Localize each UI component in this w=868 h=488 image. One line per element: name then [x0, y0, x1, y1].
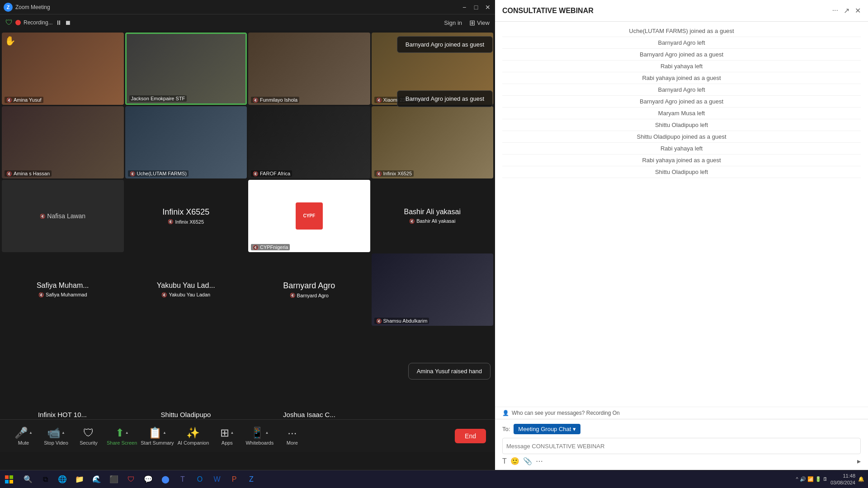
participant-cell-15: Barnyard Agro 🔇 Barnyard Agro	[248, 253, 370, 326]
svg-rect-2	[5, 480, 9, 483]
whiteboards-button[interactable]: 📱 ▲ Whiteboards	[245, 427, 274, 446]
mute-button[interactable]: 🎤 ▲ Mute	[9, 427, 38, 446]
svg-rect-3	[9, 480, 13, 483]
teams-icon[interactable]: T	[175, 470, 191, 488]
powerpoint-icon[interactable]: P	[226, 470, 242, 488]
notification-bell[interactable]: 🔔	[858, 476, 864, 482]
text-format-icon[interactable]: T	[502, 457, 507, 465]
recording-text: Recording...	[24, 19, 53, 26]
explorer-icon[interactable]: 📁	[71, 470, 88, 488]
taskview-icon[interactable]: ⧉	[37, 470, 53, 488]
message-input-area[interactable]	[502, 438, 861, 454]
office-icon[interactable]: ⬛	[106, 470, 122, 488]
participant-cell-3: 🔇 Funmilayo Ishola	[248, 33, 370, 105]
edge-icon[interactable]: 🌐	[54, 470, 71, 488]
start-button[interactable]	[0, 470, 18, 488]
emoji-icon[interactable]: 🙂	[510, 457, 519, 465]
start-summary-button[interactable]: 📋 ▲ Start Summary	[141, 427, 174, 446]
sidebar-header: CONSULTATIVE WEBINAR ··· ↗ ✕	[495, 0, 868, 22]
chat-footer: To: Meeting Group Chat ▾ T 🙂 📎 ⋯ ▸	[495, 419, 868, 470]
apps-caret[interactable]: ▲	[230, 431, 234, 435]
chat-entry: Shittu Oladipupo left	[502, 119, 861, 131]
sign-in-button[interactable]: Sign in	[444, 19, 462, 26]
participant-cell-14: Yakubu Yau Lad... 🔇 Yakubu Yau Ladan	[125, 253, 247, 326]
zoom-taskbar-icon[interactable]: Z	[243, 470, 259, 488]
participant-name-5: 🔇 Amina s Hassan	[5, 170, 52, 177]
chat-entry: Barnyard Agro left	[502, 84, 861, 96]
antivirus-icon[interactable]: 🛡	[123, 470, 139, 488]
mute-caret[interactable]: ▲	[29, 431, 33, 435]
video-caret[interactable]: ▲	[61, 431, 65, 435]
popout-icon[interactable]: ↗	[844, 6, 849, 15]
participant-cell-13: Safiya Muham... 🔇 Safiya Muhammad	[2, 253, 124, 326]
ai-companion-button[interactable]: ✨ AI Companion	[178, 427, 209, 446]
mute-icon-13: 🔇	[38, 292, 44, 297]
chat-entry: Rabi yahaya left	[502, 143, 861, 155]
security-button[interactable]: 🛡 Security	[74, 427, 103, 446]
sidebar-header-icons: ··· ↗ ✕	[832, 6, 861, 15]
mute-icon-4: 🔇	[376, 98, 382, 103]
outlook-icon[interactable]: O	[192, 470, 208, 488]
taskbar-icons: 🔍 ⧉ 🌐 📁 🌊 ⬛ 🛡 💬 ⬤ T O W P Z	[20, 470, 259, 488]
minimize-button[interactable]: −	[461, 4, 468, 11]
more-button[interactable]: ··· More	[278, 427, 307, 446]
chat-to-row: To: Meeting Group Chat ▾	[502, 424, 861, 434]
zoom-title-bar: Z Zoom Meeting − □ ✕	[0, 0, 495, 14]
chat-entry: Rabi yahaya left	[502, 61, 861, 72]
stop-icon[interactable]: ⏹	[65, 19, 71, 26]
meeting-group-chat-button[interactable]: Meeting Group Chat ▾	[514, 424, 580, 434]
more-options-icon[interactable]: ···	[832, 6, 838, 15]
end-button[interactable]: End	[455, 429, 486, 443]
participant-cell-6: 🔇 Uche(LUTAM FARMS)	[125, 106, 247, 178]
attachment-icon[interactable]: 📎	[523, 457, 532, 465]
summary-caret[interactable]: ▲	[163, 431, 166, 435]
maximize-button[interactable]: □	[472, 4, 480, 11]
sidebar-title: CONSULTATIVE WEBINAR	[502, 7, 832, 15]
chat-entry: Shittu Oladipupo left	[502, 166, 861, 178]
tools-left: 🎤 ▲ Mute 📹 ▲ Stop Video 🛡 Security ⬆	[9, 427, 307, 446]
share-screen-icon: ⬆	[115, 427, 124, 439]
green-shield-icon: 🛡	[5, 19, 13, 27]
word-icon[interactable]: W	[209, 470, 225, 488]
chat-entry: Uche(LUTAM FARMS) joined as a guest	[502, 25, 861, 37]
person-icon: 👤	[502, 410, 509, 416]
zoom-logo: Z	[4, 3, 13, 12]
search-taskbar-icon[interactable]: 🔍	[20, 470, 36, 488]
chat-log: Uche(LUTAM FARMS) joined as a guestBarny…	[495, 22, 868, 407]
mute-icon-12: 🔇	[409, 219, 415, 224]
raised-hand-notification: Amina Yusuf raised hand	[408, 363, 491, 380]
chat-entry: Maryam Musa left	[502, 108, 861, 119]
whiteboard-caret[interactable]: ▲	[265, 431, 269, 435]
zoom-window: Z Zoom Meeting − □ ✕ 🛡 Recording... ⏸ ⏹ …	[0, 0, 495, 470]
participant-cell-9: 🔇 Nafisa Lawan	[2, 180, 124, 252]
chrome-icon[interactable]: ⬤	[157, 470, 174, 488]
participant-name-7: 🔇 FAROF Africa	[251, 170, 292, 177]
edge2-icon[interactable]: 🌊	[89, 470, 105, 488]
message-input[interactable]	[506, 443, 857, 450]
participant-cell-2: Jackson Emokpaire STF	[125, 33, 247, 105]
send-icon[interactable]: ▸	[857, 457, 861, 465]
svg-rect-1	[9, 475, 13, 479]
stop-video-button[interactable]: 📹 ▲ Stop Video	[42, 427, 71, 446]
share-screen-button[interactable]: ⬆ ▲ Share Screen	[107, 427, 137, 446]
whatsapp-icon[interactable]: 💬	[140, 470, 156, 488]
security-icon: 🛡	[83, 427, 94, 439]
participant-cell-8: 🔇 Infinix X6525	[372, 106, 494, 178]
view-button[interactable]: ⊞ View	[469, 19, 490, 27]
pause-icon[interactable]: ⏸	[56, 19, 62, 26]
mute-icon-7: 🔇	[253, 171, 258, 176]
close-button[interactable]: ✕	[484, 4, 491, 11]
sidebar-close-icon[interactable]: ✕	[855, 6, 861, 15]
participant-name-8: 🔇 Infinix X6525	[374, 170, 414, 177]
join-notification-1: Barnyard Agro joined as guest	[397, 36, 493, 53]
to-label: To:	[502, 426, 510, 432]
share-caret[interactable]: ▲	[125, 431, 129, 435]
summary-icon: 📋	[148, 427, 162, 439]
system-tray-icons: ^ 🔊 📶 🔋 🗓	[796, 476, 828, 482]
more-chat-icon[interactable]: ⋯	[536, 457, 543, 465]
mute-icon-10: 🔇	[168, 219, 173, 224]
participant-name-3: 🔇 Funmilayo Ishola	[251, 97, 299, 103]
sidebar-chat: CONSULTATIVE WEBINAR ··· ↗ ✕ Uche(LUTAM …	[495, 0, 868, 470]
apps-button[interactable]: ⊞ ▲ Apps	[212, 427, 241, 446]
svg-rect-0	[5, 475, 9, 479]
